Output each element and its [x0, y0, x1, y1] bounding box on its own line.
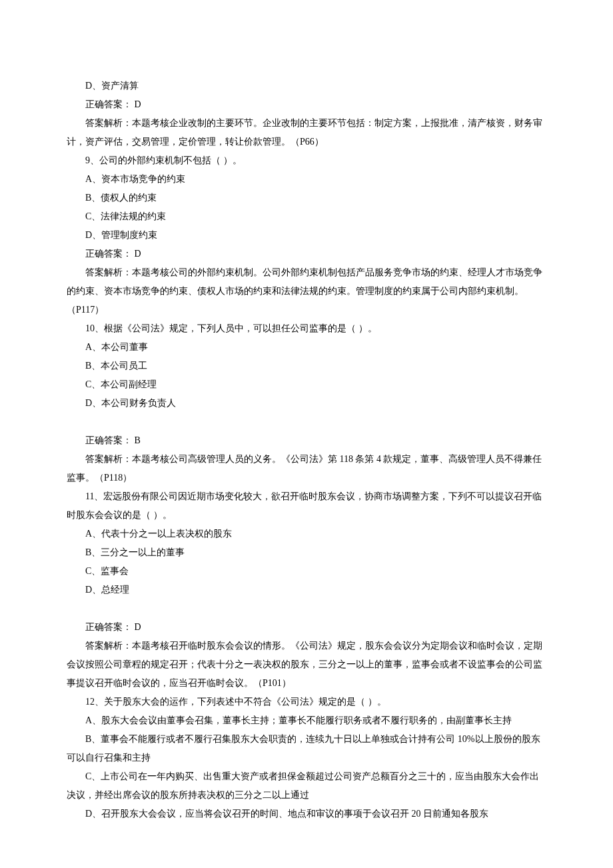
q8-explain: 答案解析：本题考核企业改制的主要环节。企业改制的主要环节包括：制定方案，上报批准… — [67, 114, 546, 151]
q9-option-d: D、管理制度约束 — [67, 226, 546, 245]
q10-option-a: A、本公司董事 — [67, 338, 546, 357]
q12-stem: 12、关于股东大会的运作，下列表述中不符合《公司法》规定的是（ ）。 — [67, 693, 546, 711]
q9-option-b: B、债权人的约束 — [67, 189, 546, 207]
q11-answer: 正确答案： D — [67, 618, 546, 637]
q12-option-c: C、上市公司在一年内购买、出售重大资产或者担保金额超过公司资产总额百分之三十的，… — [67, 767, 546, 805]
q10-option-b: B、本公司员工 — [67, 357, 546, 375]
q8-answer: 正确答案： D — [67, 95, 546, 114]
q11-option-b: B、三分之一以上的董事 — [67, 543, 546, 562]
q11-explain: 答案解析：本题考核召开临时股东会会议的情形。《公司法》规定，股东会会议分为定期会… — [67, 637, 546, 693]
q10-explain: 答案解析：本题考核公司高级管理人员的义务。《公司法》第 118 条第 4 款规定… — [67, 450, 546, 487]
q9-stem: 9、公司的外部约束机制不包括（ ）。 — [67, 151, 546, 170]
q12-option-d: D、召开股东大会会议，应当将会议召开的时间、地点和审议的事项于会议召开 20 日… — [67, 805, 546, 823]
q9-answer: 正确答案： D — [67, 245, 546, 263]
q11-stem: 11、宏远股份有限公司因近期市场变化较大，欲召开临时股东会议，协商市场调整方案，… — [67, 487, 546, 525]
q8-option-d: D、资产清算 — [67, 77, 546, 95]
q12-option-b: B、董事会不能履行或者不履行召集股东大会职责的，连续九十日以上单独或合计持有公司… — [67, 730, 546, 767]
q9-option-a: A、资本市场竞争的约束 — [67, 170, 546, 189]
q11-option-d: D、总经理 — [67, 581, 546, 599]
q10-option-c: C、本公司副经理 — [67, 375, 546, 394]
q11-option-c: C、监事会 — [67, 562, 546, 581]
q9-option-c: C、法律法规的约束 — [67, 207, 546, 226]
q9-explain: 答案解析：本题考核公司的外部约束机制。公司外部约束机制包括产品服务竞争市场的约束… — [67, 263, 546, 319]
q10-stem: 10、根据《公司法》规定，下列人员中，可以担任公司监事的是（ ）。 — [67, 319, 546, 338]
q10-answer: 正确答案： B — [67, 431, 546, 450]
q11-option-a: A、代表十分之一以上表决权的股东 — [67, 525, 546, 543]
q10-option-d: D、本公司财务负责人 — [67, 394, 546, 413]
q12-option-a: A、股东大会会议由董事会召集，董事长主持；董事长不能履行职务或者不履行职务的，由… — [67, 711, 546, 730]
